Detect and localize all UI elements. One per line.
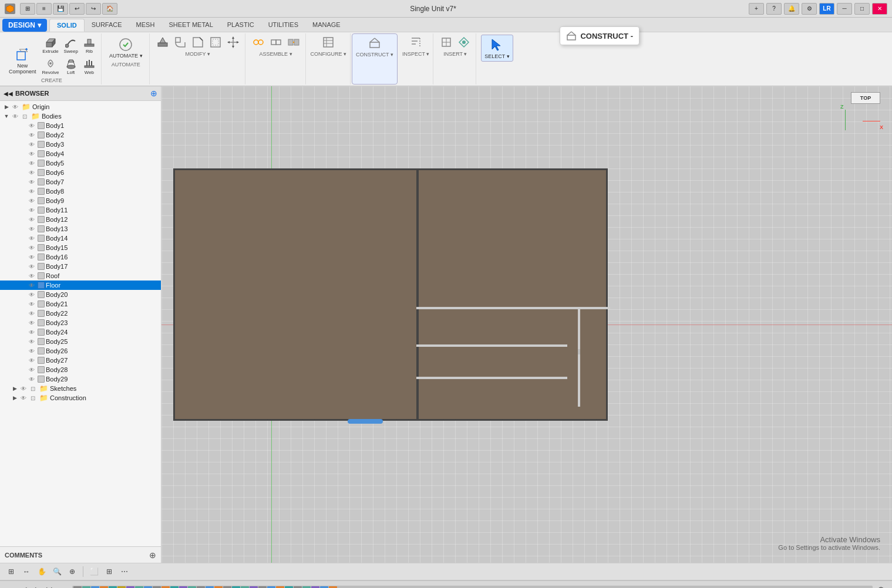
tree-item-body14[interactable]: 👁 Body14 bbox=[0, 234, 161, 243]
orbit-btn[interactable]: ↔ bbox=[20, 565, 33, 578]
tab-utilities[interactable]: UTILITIES bbox=[261, 19, 305, 32]
tree-item-body22[interactable]: 👁 Body22 bbox=[0, 309, 161, 318]
help-btn[interactable]: ? bbox=[766, 3, 782, 15]
tl-frame-6[interactable] bbox=[126, 586, 134, 589]
construction-expand[interactable]: ▶ bbox=[11, 394, 19, 402]
joint-btn[interactable] bbox=[250, 35, 267, 50]
tree-item-body9[interactable]: 👁 Body9 bbox=[0, 196, 161, 205]
tl-skip-back[interactable]: ⏮ bbox=[5, 584, 16, 589]
bodies-expand[interactable]: ▼ bbox=[2, 112, 11, 120]
tree-item-body4[interactable]: 👁 Body4 bbox=[0, 149, 161, 158]
tree-item-origin[interactable]: ▶ 👁 📁 Origin bbox=[0, 102, 161, 111]
tl-frame-28[interactable] bbox=[320, 586, 328, 589]
hamburger-btn[interactable]: ≡ bbox=[36, 3, 52, 15]
tl-frame-16[interactable] bbox=[214, 586, 223, 589]
tree-item-body25[interactable]: 👁 Body25 bbox=[0, 337, 161, 346]
tl-frame-21[interactable] bbox=[258, 586, 267, 589]
undo-btn[interactable]: ↩ bbox=[69, 3, 85, 15]
joints-btn[interactable] bbox=[285, 35, 302, 50]
maximize-btn[interactable]: □ bbox=[854, 3, 870, 15]
tree-item-body29[interactable]: 👁 Body29 bbox=[0, 374, 161, 384]
tree-item-body3[interactable]: 👁 Body3 bbox=[0, 140, 161, 149]
timeline-settings-btn[interactable]: ⚙ bbox=[874, 583, 887, 589]
pan-btn[interactable]: ✋ bbox=[35, 565, 48, 578]
tl-frame-15[interactable] bbox=[206, 586, 214, 589]
tree-item-construction[interactable]: ▶ 👁 ⊡ 📁 Construction bbox=[0, 393, 161, 403]
tree-item-body11[interactable]: 👁 Body11 bbox=[0, 205, 161, 215]
fillet-btn[interactable] bbox=[172, 35, 189, 50]
tl-frame-9[interactable] bbox=[153, 586, 161, 589]
tree-item-body28[interactable]: 👁 Body28 bbox=[0, 365, 161, 374]
tree-item-body26[interactable]: 👁 Body26 bbox=[0, 346, 161, 356]
rib-btn[interactable]: Rib bbox=[81, 35, 97, 55]
tree-item-floor[interactable]: 👁 Floor bbox=[0, 281, 161, 290]
notifications-btn[interactable]: 🔔 bbox=[784, 3, 799, 15]
more-btn[interactable]: ⋯ bbox=[118, 565, 131, 578]
tl-frame-0[interactable] bbox=[73, 586, 82, 589]
tree-item-body13[interactable]: 👁 Body13 bbox=[0, 224, 161, 234]
tl-prev[interactable]: ◀ bbox=[18, 584, 30, 589]
tl-frame-4[interactable] bbox=[109, 586, 117, 589]
home-btn[interactable]: 🏠 bbox=[102, 3, 117, 15]
tree-item-body1[interactable]: 👁 Body1 bbox=[0, 121, 161, 130]
tab-manage[interactable]: MANAGE bbox=[305, 19, 348, 32]
scroll-handle[interactable] bbox=[348, 419, 383, 424]
tab-surface[interactable]: SURFACE bbox=[85, 19, 129, 32]
tree-item-body17[interactable]: 👁 Body17 bbox=[0, 262, 161, 271]
tab-plastic[interactable]: PLASTIC bbox=[220, 19, 261, 32]
tree-item-body24[interactable]: 👁 Body24 bbox=[0, 327, 161, 337]
tree-item-body8[interactable]: 👁 Body8 bbox=[0, 187, 161, 196]
tree-item-body15[interactable]: 👁 Body15 bbox=[0, 243, 161, 252]
browser-add-btn[interactable]: ⊕ bbox=[150, 89, 157, 98]
configure-btn[interactable] bbox=[320, 35, 336, 50]
revolve-btn[interactable]: Revolve bbox=[41, 56, 61, 76]
tl-frame-26[interactable] bbox=[302, 586, 311, 589]
tl-frame-22[interactable] bbox=[267, 586, 275, 589]
tl-frame-27[interactable] bbox=[311, 586, 319, 589]
tl-frame-1[interactable] bbox=[82, 586, 90, 589]
tl-play[interactable]: ▶ bbox=[32, 584, 43, 589]
tree-item-sketches[interactable]: ▶ 👁 ⊡ 📁 Sketches bbox=[0, 384, 161, 393]
insert-mcmaster-btn[interactable] bbox=[438, 35, 455, 50]
close-btn[interactable]: ✕ bbox=[872, 3, 887, 15]
press-pull-btn[interactable] bbox=[154, 35, 171, 50]
redo-btn[interactable]: ↪ bbox=[86, 3, 101, 15]
settings-btn[interactable]: ⚙ bbox=[802, 3, 817, 15]
automate-btn[interactable]: AUTOMATE ▾ bbox=[106, 35, 146, 60]
zoom-btn[interactable]: 🔍 bbox=[51, 565, 63, 578]
tree-item-body27[interactable]: 👁 Body27 bbox=[0, 356, 161, 365]
tl-frame-11[interactable] bbox=[170, 586, 179, 589]
tl-next[interactable]: ▶▶ bbox=[45, 584, 57, 589]
tl-frame-2[interactable] bbox=[91, 586, 99, 589]
tree-item-body5[interactable]: 👁 Body5 bbox=[0, 158, 161, 168]
loft-btn[interactable]: Loft bbox=[62, 56, 79, 76]
origin-expand[interactable]: ▶ bbox=[2, 103, 11, 111]
app-grid-btn[interactable]: ⊞ bbox=[20, 3, 35, 15]
extrude-btn[interactable]: Extrude bbox=[41, 35, 61, 55]
tl-frame-5[interactable] bbox=[117, 586, 126, 589]
grid-btn[interactable]: ⊞ bbox=[103, 565, 116, 578]
new-tab-btn[interactable]: + bbox=[749, 3, 764, 15]
tl-frame-13[interactable] bbox=[188, 586, 196, 589]
timeline-track[interactable] bbox=[72, 586, 873, 589]
tree-item-body12[interactable]: 👁 Body12 bbox=[0, 215, 161, 224]
tl-frame-19[interactable] bbox=[241, 586, 249, 589]
tl-frame-24[interactable] bbox=[285, 586, 293, 589]
tl-skip-fwd[interactable]: ⏭ bbox=[59, 584, 70, 589]
tree-item-roof[interactable]: 👁 Roof bbox=[0, 271, 161, 281]
user-btn[interactable]: LR bbox=[819, 3, 834, 15]
tl-frame-10[interactable] bbox=[161, 586, 170, 589]
inspect-btn[interactable] bbox=[408, 35, 424, 50]
display-mode-btn[interactable]: ⬜ bbox=[87, 565, 100, 578]
tree-item-body20[interactable]: 👁 Body20 bbox=[0, 290, 161, 299]
tl-frame-20[interactable] bbox=[250, 586, 258, 589]
fit-all-btn[interactable]: ⊞ bbox=[5, 565, 18, 578]
tl-frame-18[interactable] bbox=[232, 586, 240, 589]
web-btn[interactable]: Web bbox=[81, 56, 97, 76]
construct-btn[interactable] bbox=[366, 35, 383, 50]
chamfer-btn[interactable] bbox=[190, 35, 206, 50]
tl-frame-12[interactable] bbox=[179, 586, 187, 589]
as-built-joint-btn[interactable] bbox=[268, 35, 284, 50]
browser-collapse-arrow[interactable]: ◀◀ bbox=[4, 90, 13, 97]
design-button[interactable]: DESIGN ▾ bbox=[2, 19, 47, 32]
